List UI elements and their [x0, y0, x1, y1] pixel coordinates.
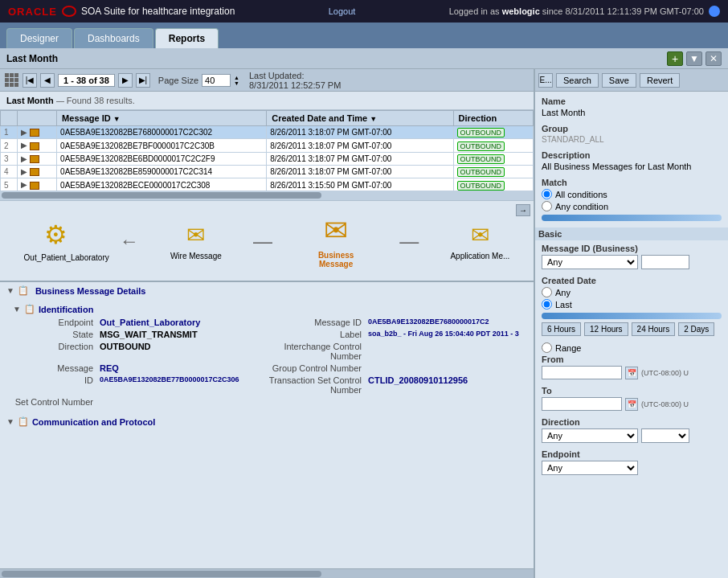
filter-endpoint-select[interactable]: Any	[542, 461, 638, 475]
id-label: ID	[13, 375, 93, 395]
row-num: 4	[1, 166, 18, 178]
page-size-input[interactable]	[202, 74, 231, 87]
filter-msgid-input[interactable]	[641, 255, 689, 269]
flow-node-wire[interactable]: ✉ Wire Message	[170, 222, 222, 260]
row-num: 2	[1, 139, 18, 152]
table-hscroll[interactable]	[0, 191, 534, 200]
flow-node-business[interactable]: ✉ Business Message	[304, 214, 368, 269]
filter-from-label: From	[542, 355, 722, 364]
filter-name-group: Name Last Month	[542, 96, 722, 117]
filter-msgid-select[interactable]: Any	[542, 255, 638, 269]
dropdown-button[interactable]: ▼	[686, 51, 702, 66]
last-updated: Last Updated: 8/31/2011 12:52:57 PM	[249, 71, 341, 90]
row-expand[interactable]: ▶	[18, 126, 57, 139]
date-last-radio[interactable]	[542, 299, 552, 309]
direction-label: Direction	[13, 342, 93, 361]
range-radio[interactable]	[542, 342, 552, 353]
filter-to-input[interactable]	[542, 397, 622, 411]
filter-group-group: Group STANDARD_ALL	[542, 124, 722, 144]
table-row[interactable]: 2 ▶ 0AE5BA9E132082BE7BF0000017C2C30B 8/2…	[1, 139, 534, 152]
detail-hscroll-thumb	[2, 571, 321, 577]
btn-2days[interactable]: 2 Days	[678, 322, 714, 336]
from-tz-label: (UTC-08:00) U	[641, 369, 689, 377]
match-all-radio[interactable]	[542, 189, 552, 199]
match-any-label: Any condition	[555, 202, 608, 211]
sub-toolbar-actions: + ▼ ✕	[667, 51, 722, 66]
page-size-spinner[interactable]: ▲ ▼	[234, 75, 239, 86]
row-expand[interactable]: ▶	[18, 152, 57, 165]
nav-prev-btn[interactable]: ◀	[40, 73, 55, 88]
logout-link[interactable]: Logout	[329, 6, 356, 16]
gear-icon: ⚙	[44, 219, 67, 250]
comm-collapse-btn[interactable]: ▼	[6, 417, 14, 426]
nav-last-btn[interactable]: ▶|	[136, 73, 150, 88]
row-id: 0AE5BA9E132082BE7680000017C2C302	[57, 126, 267, 139]
sub-toolbar-title: Last Month	[6, 53, 58, 64]
filter-revert-btn[interactable]: Revert	[640, 73, 680, 88]
detail-hscroll[interactable]	[0, 568, 534, 578]
username: weblogic	[502, 6, 540, 16]
table-row[interactable]: 5 ▶ 0AE5BA9E132082BECE0000017C2C308 8/26…	[1, 178, 534, 191]
date-slider[interactable]	[542, 313, 722, 319]
col-direction[interactable]: Direction	[453, 111, 533, 126]
flow-node-label-wire: Wire Message	[170, 252, 222, 260]
nav-next-btn[interactable]: ▶	[118, 73, 133, 88]
right-panel: E... Search Save Revert Name Last Month …	[535, 69, 728, 578]
tab-dashboards[interactable]: Dashboards	[74, 28, 153, 48]
filter-to-label: To	[542, 386, 722, 396]
filter-direction-select2[interactable]	[641, 428, 689, 443]
match-any-radio[interactable]	[542, 201, 552, 211]
row-expand[interactable]: ▶	[18, 178, 57, 191]
filter-save-btn[interactable]: Save	[602, 73, 636, 88]
row-expand[interactable]: ▶	[18, 166, 57, 178]
row-num: 1	[1, 126, 18, 139]
direction-value: OUTBOUND	[100, 342, 259, 361]
filter-endpoint-group: Endpoint Any	[542, 449, 722, 475]
date-any-radio[interactable]	[542, 287, 552, 297]
msgid-value: 0AE5BA9E132082BE7680000017C2	[368, 318, 527, 327]
filter-direction-label: Direction	[542, 417, 722, 427]
icn-value	[368, 342, 527, 361]
oracle-logo: ORACLE SOA Suite for healthcare integrat…	[8, 6, 235, 18]
table-row[interactable]: 3 ▶ 0AE5BA9E132082BE6BD0000017C2C2F9 8/2…	[1, 152, 534, 165]
set-label: Set Control Number	[13, 397, 93, 407]
tab-reports[interactable]: Reports	[155, 28, 219, 48]
flow-node-label-out-patient: Out_Patient_Laboratory	[24, 253, 88, 262]
table-row[interactable]: 4 ▶ 0AE5BA9E132082BE8590000017C2C314 8/2…	[1, 166, 534, 178]
col-message-id[interactable]: Message ID ▼	[57, 111, 267, 126]
nav-first-btn[interactable]: |◀	[22, 73, 37, 88]
to-cal-btn[interactable]: 📅	[625, 398, 638, 411]
flow-scroll-btn[interactable]: →	[516, 204, 530, 216]
btn-24hours[interactable]: 24 Hours	[632, 322, 676, 336]
filter-match-all-row: All conditions	[542, 189, 722, 199]
filter-expand-btn[interactable]: E...	[538, 73, 553, 88]
row-num: 5	[1, 178, 18, 191]
btn-12hours[interactable]: 12 Hours	[584, 322, 628, 336]
flow-node-app[interactable]: ✉ Application Me...	[450, 222, 509, 260]
content-split: |◀ ◀ 1 - 38 of 38 ▶ ▶| Page Size ▲ ▼ Las…	[0, 69, 728, 578]
btn-6hours[interactable]: 6 Hours	[542, 322, 581, 336]
to-tz-label: (UTC-08:00) U	[641, 400, 689, 408]
filter-search-btn[interactable]: Search	[556, 73, 599, 88]
filter-desc-value: All Business Messages for Last Month	[542, 162, 722, 171]
comm-title: ▼ 📋 Communication and Protocol	[6, 413, 527, 430]
flow-arrow-1: ←	[120, 230, 139, 252]
filter-from-input[interactable]	[542, 366, 622, 379]
col-created-date[interactable]: Created Date and Time ▼	[267, 111, 453, 126]
row-expand[interactable]: ▶	[18, 139, 57, 152]
identification-collapse-btn[interactable]: ▼	[13, 305, 21, 314]
filter-direction-select[interactable]: Any	[542, 428, 638, 443]
message-label: Message	[13, 363, 93, 373]
table-row[interactable]: 1 ▶ 0AE5BA9E132082BE7680000017C2C302 8/2…	[1, 126, 534, 139]
detail-panel: ▼ 📋 Business Message Details ▼ 📋 Identif…	[0, 281, 534, 568]
from-cal-btn[interactable]: 📅	[625, 367, 638, 379]
close-button[interactable]: ✕	[706, 51, 722, 66]
detail-collapse-btn[interactable]: ▼	[6, 286, 14, 295]
tab-designer[interactable]: Designer	[6, 28, 72, 48]
flow-node-out-patient[interactable]: ⚙ Out_Patient_Laboratory	[24, 219, 88, 262]
add-button[interactable]: +	[667, 51, 683, 66]
filter-match-label: Match	[542, 178, 722, 187]
row-date: 8/26/2011 3:18:07 PM GMT-07:00	[267, 152, 453, 165]
row-direction: OUTBOUND	[453, 126, 533, 139]
row-id: 0AE5BA9E132082BECE0000017C2C308	[57, 178, 267, 191]
